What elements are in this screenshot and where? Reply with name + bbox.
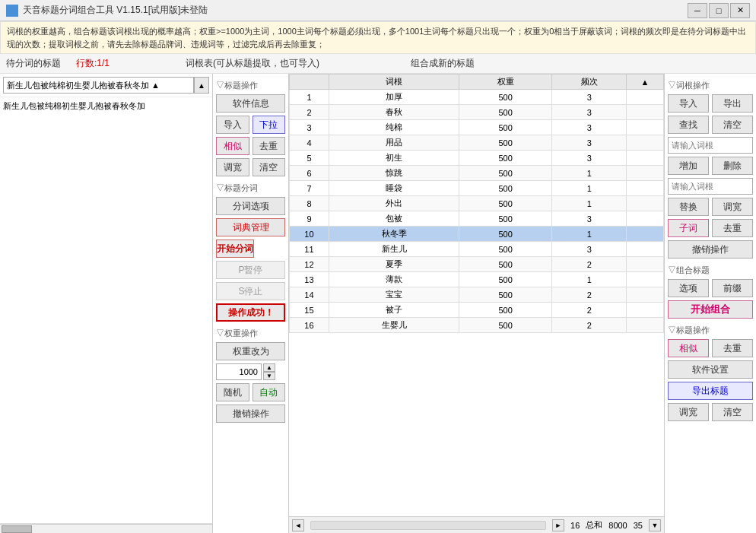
wordroot-input-1[interactable] [668, 137, 753, 154]
table-row[interactable]: 2 春秋 500 3 [290, 105, 664, 120]
cell-word: 包被 [329, 211, 459, 227]
cell-weight: 500 [459, 196, 552, 211]
cell-word: 薄款 [329, 272, 459, 287]
cell-weight: 500 [459, 272, 552, 287]
footer-scroll-button[interactable]: ▼ [649, 519, 661, 531]
spin-up-button[interactable]: ▲ [263, 363, 275, 372]
cell-freq: 3 [552, 90, 627, 105]
table-row[interactable]: 4 用品 500 3 [290, 135, 664, 151]
cell-freq: 1 [552, 166, 627, 181]
cell-freq: 1 [552, 196, 627, 211]
table-row[interactable]: 15 被子 500 2 [290, 303, 664, 318]
settings-button[interactable]: 软件设置 [668, 360, 753, 379]
table-row[interactable]: 16 生婴儿 500 2 [290, 318, 664, 333]
subword-button[interactable]: 子词 [668, 219, 709, 237]
adjust-width-right2-button[interactable]: 调宽 [668, 403, 709, 421]
table-row[interactable]: 12 夏季 500 2 [290, 257, 664, 272]
maximize-button[interactable]: □ [709, 3, 729, 18]
scroll-up-button[interactable]: ▲ [194, 77, 209, 94]
cell-empty [627, 120, 664, 135]
title-input[interactable] [3, 77, 194, 94]
table-row[interactable]: 8 外出 500 1 [290, 196, 664, 211]
table-row[interactable]: 5 初生 500 3 [290, 151, 664, 166]
pulldown-button[interactable]: 下拉 [253, 116, 286, 134]
cell-word: 外出 [329, 196, 459, 211]
cell-empty [627, 318, 664, 333]
delete-button[interactable]: 删除 [712, 157, 753, 175]
cell-weight: 500 [459, 105, 552, 120]
footer-total-label: 总和 [586, 519, 602, 531]
start-combine-button[interactable]: 开始组合 [668, 300, 753, 319]
clear-wordroot-button[interactable]: 清空 [712, 116, 753, 134]
pause-button[interactable]: P暂停 [216, 261, 285, 279]
cell-word: 惊跳 [329, 166, 459, 181]
table-row[interactable]: 13 薄款 500 1 [290, 272, 664, 287]
dict-manage-button[interactable]: 词典管理 [216, 218, 285, 236]
spin-down-button[interactable]: ▼ [263, 372, 275, 380]
close-button[interactable]: ✕ [730, 3, 750, 18]
start-segment-button[interactable]: 开始分词 [216, 240, 254, 258]
col-freq-header: 频次 [552, 75, 627, 90]
add-button[interactable]: 增加 [668, 157, 709, 175]
similar-button[interactable]: 相似 [216, 137, 249, 155]
table-container[interactable]: 词根 权重 频次 ▲ 1 加厚 500 3 2 春秋 500 3 3 [289, 74, 664, 516]
export-wordroot-button[interactable]: 导出 [712, 94, 753, 113]
table-row[interactable]: 3 纯棉 500 3 [290, 120, 664, 135]
left-scrollbar[interactable] [0, 524, 212, 533]
import-wordroot-button[interactable]: 导入 [668, 94, 709, 113]
find-button[interactable]: 查找 [668, 116, 709, 134]
similar-remove-row: 相似 去重 [668, 339, 753, 357]
table-row[interactable]: 6 惊跳 500 1 [290, 166, 664, 181]
undo-ops-button[interactable]: 撤销操作 [216, 405, 285, 423]
random-button[interactable]: 随机 [216, 383, 249, 401]
cell-freq: 1 [552, 272, 627, 287]
table-row[interactable]: 14 宝宝 500 2 [290, 287, 664, 303]
cell-freq: 3 [552, 211, 627, 227]
clear-right-button[interactable]: 清空 [712, 403, 753, 421]
cell-weight: 500 [459, 227, 552, 242]
cell-empty [627, 196, 664, 211]
clear-button[interactable]: 清空 [253, 158, 286, 176]
cell-word: 生婴儿 [329, 318, 459, 333]
options-button[interactable]: 选项 [668, 279, 709, 297]
cell-word: 新生儿 [329, 242, 459, 257]
cell-empty [627, 287, 664, 303]
table-row[interactable]: 1 加厚 500 3 [290, 90, 664, 105]
spinbox-row: ▲ ▼ [216, 363, 285, 380]
table-row[interactable]: 11 新生儿 500 3 [290, 242, 664, 257]
table-row[interactable]: 9 包被 500 3 [290, 211, 664, 227]
dedupe-button[interactable]: 去重 [253, 137, 286, 155]
replace-button[interactable]: 替换 [668, 198, 709, 216]
combine-label: 组合成新的标题 [411, 57, 475, 70]
seg-options-button[interactable]: 分词选项 [216, 197, 285, 215]
similar-right-button[interactable]: 相似 [668, 339, 709, 357]
dedupe-right-button[interactable]: 去重 [712, 219, 753, 237]
soft-info-button[interactable]: 软件信息 [216, 94, 285, 113]
auto-button[interactable]: 自动 [253, 383, 286, 401]
random-auto-row: 随机 自动 [216, 383, 285, 401]
table-row[interactable]: 7 睡袋 500 1 [290, 181, 664, 196]
weight-change-button[interactable]: 权重改为 [216, 342, 285, 360]
minimize-button[interactable]: ─ [688, 3, 707, 18]
cell-weight: 500 [459, 287, 552, 303]
ops-section-header: ▽标题操作 [216, 80, 285, 91]
cell-freq: 1 [552, 227, 627, 242]
scroll-left-button[interactable]: ◄ [292, 519, 304, 531]
adjust-width-right-button[interactable]: 调宽 [712, 198, 753, 216]
remove-button[interactable]: 去重 [712, 339, 753, 357]
scroll-right-button[interactable]: ► [552, 519, 564, 531]
prefix-button[interactable]: 前缀 [712, 279, 753, 297]
cell-num: 2 [290, 105, 329, 120]
stop-button[interactable]: S停止 [216, 282, 285, 300]
row-info: 行数:1/1 [76, 57, 110, 70]
h-scrollbar[interactable] [310, 521, 546, 530]
weight-input[interactable] [216, 363, 262, 380]
col-sort-header[interactable]: ▲ [627, 75, 664, 90]
table-row[interactable]: 10 秋冬季 500 1 [290, 227, 664, 242]
undo-right-button[interactable]: 撤销操作 [668, 240, 753, 259]
import-button[interactable]: 导入 [216, 116, 249, 134]
export-title-button[interactable]: 导出标题 [668, 382, 753, 400]
adjust-width-button[interactable]: 调宽 [216, 158, 249, 176]
title-textarea[interactable]: 新生儿包被纯棉初生婴儿抱被春秋冬加 [0, 97, 212, 524]
wordroot-input-2[interactable] [668, 178, 753, 195]
